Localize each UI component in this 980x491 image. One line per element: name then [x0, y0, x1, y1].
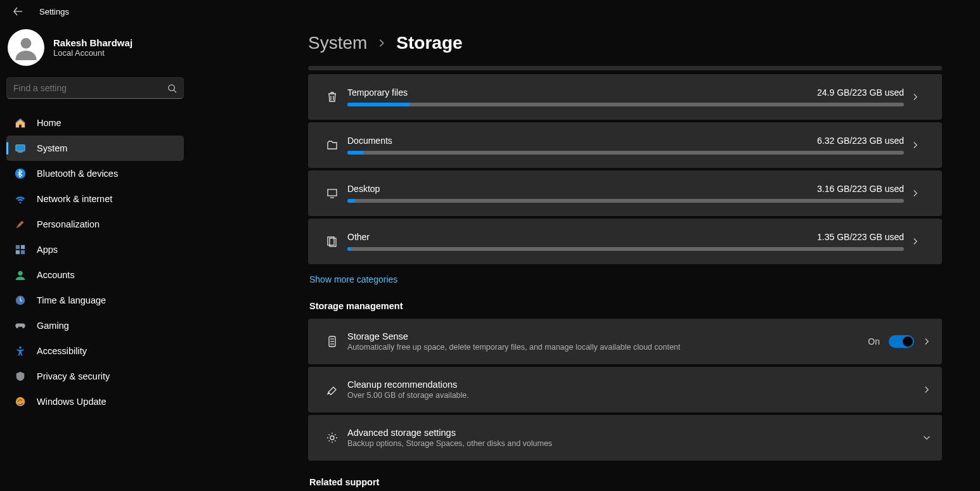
breadcrumb-parent[interactable]: System: [308, 33, 367, 53]
nav-item-network[interactable]: Network & internet: [6, 186, 184, 212]
chevron-right-icon: [377, 39, 386, 48]
management-subtitle: Automatically free up space, delete temp…: [347, 343, 868, 352]
svg-point-7: [15, 169, 25, 179]
nav-list: Home System Bluetooth & devices Network …: [6, 110, 184, 414]
svg-line-3: [174, 90, 176, 92]
svg-rect-10: [16, 250, 20, 254]
chevron-right-icon: [912, 141, 931, 149]
storage-sense-toggle[interactable]: [889, 335, 914, 348]
nav-item-time-language[interactable]: Time & language: [6, 288, 184, 313]
category-used-label: 1.35 GB/223 GB used: [817, 232, 904, 242]
shield-icon: [14, 370, 27, 383]
nav-item-personalization[interactable]: Personalization: [6, 212, 184, 237]
category-icon: [319, 91, 345, 103]
nav-item-accessibility[interactable]: Accessibility: [6, 338, 184, 364]
management-subtitle: Backup options, Storage Spaces, other di…: [347, 439, 923, 448]
nav-item-windows-update[interactable]: Windows Update: [6, 389, 184, 414]
profile-account-type: Local Account: [53, 48, 132, 58]
category-name: Desktop: [347, 184, 380, 194]
management-card[interactable]: Cleanup recommendations Over 5.00 GB of …: [308, 367, 942, 412]
category-name: Documents: [347, 136, 392, 146]
nav-item-label: Bluetooth & devices: [37, 169, 118, 179]
accessibility-icon: [14, 345, 27, 357]
category-icon: [319, 139, 345, 151]
nav-item-system[interactable]: System: [6, 136, 184, 161]
profile-name: Rakesh Bhardwaj: [53, 37, 132, 48]
svg-point-2: [169, 84, 174, 90]
management-title: Storage Sense: [347, 331, 868, 341]
management-subtitle: Over 5.00 GB of storage available.: [347, 391, 923, 400]
arrow-left-icon: [13, 6, 23, 16]
storage-category-card[interactable]: Documents 6.32 GB/223 GB used: [308, 122, 942, 168]
search-box[interactable]: [6, 77, 184, 99]
person-icon: [13, 35, 39, 60]
category-icon: [319, 235, 345, 248]
category-used-label: 24.9 GB/223 GB used: [817, 87, 904, 98]
nav-item-bluetooth[interactable]: Bluetooth & devices: [6, 161, 184, 186]
account-icon: [14, 269, 27, 281]
nav-item-label: System: [37, 143, 67, 153]
svg-rect-11: [21, 250, 25, 254]
category-name: Other: [347, 232, 370, 242]
chevron-right-icon: [912, 93, 931, 101]
storage-category-card[interactable]: Temporary files 24.9 GB/223 GB used: [308, 74, 942, 120]
bluetooth-icon: [14, 167, 27, 180]
partial-card-top: [308, 66, 942, 70]
breadcrumb: System Storage: [308, 33, 942, 53]
management-icon: [319, 335, 345, 348]
toggle-state-label: On: [868, 336, 880, 347]
svg-rect-8: [16, 245, 20, 249]
svg-rect-4: [16, 145, 25, 151]
usage-bar: [347, 103, 904, 106]
clock-globe-icon: [14, 294, 27, 307]
nav-item-privacy[interactable]: Privacy & security: [6, 364, 184, 389]
system-icon: [14, 142, 27, 155]
chevron-down-icon: [923, 434, 931, 442]
show-more-categories-link[interactable]: Show more categories: [309, 274, 397, 284]
category-used-label: 3.16 GB/223 GB used: [817, 184, 904, 194]
category-icon: [319, 187, 345, 200]
home-icon: [14, 117, 27, 129]
paintbrush-icon: [14, 218, 27, 231]
storage-category-card[interactable]: Other 1.35 GB/223 GB used: [308, 219, 942, 264]
nav-item-gaming[interactable]: Gaming: [6, 313, 184, 338]
nav-item-home[interactable]: Home: [6, 110, 184, 136]
related-support-title: Related support: [309, 477, 942, 487]
chevron-right-icon: [923, 386, 931, 393]
nav-item-label: Accounts: [37, 270, 75, 280]
avatar: [8, 29, 44, 66]
chevron-right-icon: [923, 338, 931, 345]
chevron-right-icon: [912, 238, 931, 245]
nav-item-apps[interactable]: Apps: [6, 237, 184, 262]
management-card[interactable]: Advanced storage settings Backup options…: [308, 415, 942, 461]
nav-item-accounts[interactable]: Accounts: [6, 262, 184, 288]
management-icon: [319, 431, 345, 444]
chevron-right-icon: [912, 189, 931, 197]
nav-item-label: Gaming: [37, 321, 69, 331]
management-icon: [319, 383, 345, 396]
usage-bar: [347, 151, 904, 155]
management-title: Cleanup recommendations: [347, 379, 923, 390]
search-input[interactable]: [13, 83, 167, 93]
sidebar: Rakesh Bhardwaj Local Account Home Sys: [0, 23, 190, 491]
category-used-label: 6.32 GB/223 GB used: [817, 136, 904, 146]
nav-item-label: Accessibility: [37, 346, 87, 356]
svg-rect-6: [18, 151, 22, 152]
back-button[interactable]: [5, 0, 30, 23]
gamepad-icon: [14, 319, 27, 332]
wifi-icon: [14, 193, 27, 205]
svg-point-1: [21, 38, 32, 49]
storage-category-card[interactable]: Desktop 3.16 GB/223 GB used: [308, 170, 942, 216]
breadcrumb-current: Storage: [396, 33, 462, 53]
management-card[interactable]: Storage Sense Automatically free up spac…: [308, 319, 942, 364]
storage-management-title: Storage management: [309, 301, 942, 311]
nav-item-label: Network & internet: [37, 194, 112, 204]
management-title: Advanced storage settings: [347, 428, 923, 438]
apps-icon: [14, 243, 27, 256]
main-content: System Storage Temporary files 24.9 GB/2…: [308, 23, 980, 491]
svg-point-12: [18, 271, 22, 276]
nav-item-label: Privacy & security: [37, 371, 110, 381]
profile-block[interactable]: Rakesh Bhardwaj Local Account: [6, 27, 184, 77]
nav-item-label: Windows Update: [37, 397, 106, 407]
nav-item-label: Home: [37, 118, 61, 128]
